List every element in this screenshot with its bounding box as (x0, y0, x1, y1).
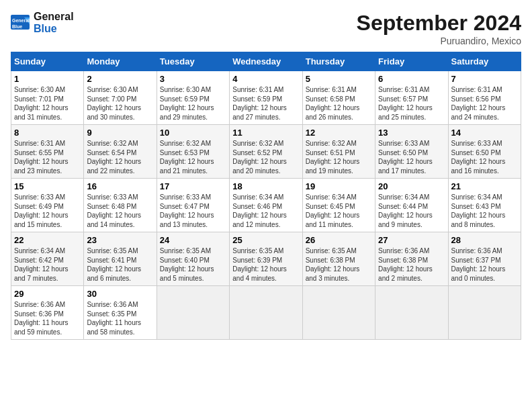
day-info: Sunrise: 6:32 AM Sunset: 6:51 PM Dayligh… (306, 139, 372, 175)
day-info: Sunrise: 6:36 AM Sunset: 6:38 PM Dayligh… (378, 246, 445, 283)
calendar-cell: 21Sunrise: 6:34 AM Sunset: 6:43 PM Dayli… (448, 179, 521, 232)
header-row: SundayMondayTuesdayWednesdayThursdayFrid… (11, 52, 521, 71)
day-number: 24 (160, 235, 226, 245)
calendar-cell: 29Sunrise: 6:36 AM Sunset: 6:36 PM Dayli… (11, 286, 84, 340)
day-number: 10 (160, 128, 226, 138)
title-area: September 2024 Puruandiro, Mexico (357, 11, 521, 46)
day-info: Sunrise: 6:36 AM Sunset: 6:35 PM Dayligh… (87, 300, 153, 336)
day-info: Sunrise: 6:36 AM Sunset: 6:37 PM Dayligh… (451, 246, 518, 283)
calendar-cell (375, 286, 448, 340)
day-info: Sunrise: 6:32 AM Sunset: 6:52 PM Dayligh… (232, 139, 299, 175)
day-number: 9 (87, 128, 153, 138)
day-number: 23 (87, 235, 153, 245)
calendar-cell: 19Sunrise: 6:34 AM Sunset: 6:45 PM Dayli… (302, 179, 375, 232)
calendar-cell: 27Sunrise: 6:36 AM Sunset: 6:38 PM Dayli… (375, 232, 448, 286)
calendar-cell: 26Sunrise: 6:35 AM Sunset: 6:38 PM Dayli… (302, 232, 375, 286)
logo-icon: General Blue (11, 15, 31, 31)
day-number: 17 (160, 181, 226, 191)
calendar-cell: 22Sunrise: 6:34 AM Sunset: 6:42 PM Dayli… (11, 232, 84, 286)
calendar-table: SundayMondayTuesdayWednesdayThursdayFrid… (11, 52, 521, 340)
day-info: Sunrise: 6:34 AM Sunset: 6:42 PM Dayligh… (14, 246, 81, 283)
day-number: 6 (378, 74, 445, 84)
header-cell-thursday: Thursday (302, 52, 375, 71)
day-number: 28 (451, 235, 518, 245)
calendar-cell (230, 286, 302, 340)
calendar-week-4: 22Sunrise: 6:34 AM Sunset: 6:42 PM Dayli… (11, 232, 521, 286)
calendar-cell: 25Sunrise: 6:35 AM Sunset: 6:39 PM Dayli… (230, 232, 302, 286)
calendar-cell: 11Sunrise: 6:32 AM Sunset: 6:52 PM Dayli… (230, 125, 302, 179)
header-cell-wednesday: Wednesday (230, 52, 302, 71)
calendar-cell: 2Sunrise: 6:30 AM Sunset: 7:00 PM Daylig… (84, 71, 157, 125)
day-info: Sunrise: 6:35 AM Sunset: 6:41 PM Dayligh… (87, 246, 153, 283)
calendar-cell: 23Sunrise: 6:35 AM Sunset: 6:41 PM Dayli… (84, 232, 157, 286)
day-info: Sunrise: 6:34 AM Sunset: 6:44 PM Dayligh… (378, 193, 445, 229)
day-info: Sunrise: 6:32 AM Sunset: 6:54 PM Dayligh… (87, 139, 153, 175)
day-number: 29 (14, 289, 81, 299)
day-number: 19 (306, 181, 372, 191)
day-number: 15 (14, 181, 81, 191)
day-info: Sunrise: 6:33 AM Sunset: 6:48 PM Dayligh… (87, 193, 153, 229)
day-info: Sunrise: 6:32 AM Sunset: 6:53 PM Dayligh… (160, 139, 226, 175)
calendar-cell: 28Sunrise: 6:36 AM Sunset: 6:37 PM Dayli… (448, 232, 521, 286)
day-number: 27 (378, 235, 445, 245)
calendar-cell: 9Sunrise: 6:32 AM Sunset: 6:54 PM Daylig… (84, 125, 157, 179)
header-cell-tuesday: Tuesday (157, 52, 229, 71)
calendar-week-2: 8Sunrise: 6:31 AM Sunset: 6:55 PM Daylig… (11, 125, 521, 179)
svg-text:Blue: Blue (12, 24, 22, 29)
day-info: Sunrise: 6:34 AM Sunset: 6:43 PM Dayligh… (451, 193, 518, 229)
day-number: 25 (232, 235, 299, 245)
calendar-cell: 10Sunrise: 6:32 AM Sunset: 6:53 PM Dayli… (157, 125, 229, 179)
calendar-cell: 14Sunrise: 6:33 AM Sunset: 6:50 PM Dayli… (448, 125, 521, 179)
day-info: Sunrise: 6:31 AM Sunset: 6:56 PM Dayligh… (451, 85, 518, 122)
calendar-cell: 12Sunrise: 6:32 AM Sunset: 6:51 PM Dayli… (302, 125, 375, 179)
day-number: 5 (306, 74, 372, 84)
logo: General Blue GeneralBlue (11, 11, 74, 34)
svg-text:General: General (12, 18, 30, 23)
calendar-cell: 15Sunrise: 6:33 AM Sunset: 6:49 PM Dayli… (11, 179, 84, 232)
day-info: Sunrise: 6:31 AM Sunset: 6:58 PM Dayligh… (306, 85, 372, 122)
header-cell-friday: Friday (375, 52, 448, 71)
day-number: 14 (451, 128, 518, 138)
calendar-cell: 18Sunrise: 6:34 AM Sunset: 6:46 PM Dayli… (230, 179, 302, 232)
day-number: 3 (160, 74, 226, 84)
calendar-cell: 4Sunrise: 6:31 AM Sunset: 6:59 PM Daylig… (230, 71, 302, 125)
calendar-cell: 13Sunrise: 6:33 AM Sunset: 6:50 PM Dayli… (375, 125, 448, 179)
page-header: General Blue GeneralBlue September 2024 … (11, 11, 521, 46)
day-info: Sunrise: 6:31 AM Sunset: 6:55 PM Dayligh… (14, 139, 81, 175)
month-title: September 2024 (357, 11, 521, 36)
calendar-week-5: 29Sunrise: 6:36 AM Sunset: 6:36 PM Dayli… (11, 286, 521, 340)
calendar-cell: 30Sunrise: 6:36 AM Sunset: 6:35 PM Dayli… (84, 286, 157, 340)
calendar-cell: 7Sunrise: 6:31 AM Sunset: 6:56 PM Daylig… (448, 71, 521, 125)
day-number: 7 (451, 74, 518, 84)
calendar-cell: 16Sunrise: 6:33 AM Sunset: 6:48 PM Dayli… (84, 179, 157, 232)
day-info: Sunrise: 6:30 AM Sunset: 7:01 PM Dayligh… (14, 85, 81, 122)
day-info: Sunrise: 6:31 AM Sunset: 6:59 PM Dayligh… (232, 85, 299, 122)
day-info: Sunrise: 6:30 AM Sunset: 7:00 PM Dayligh… (87, 85, 153, 122)
calendar-cell (157, 286, 229, 340)
day-number: 12 (306, 128, 372, 138)
day-info: Sunrise: 6:34 AM Sunset: 6:45 PM Dayligh… (306, 193, 372, 229)
day-number: 16 (87, 181, 153, 191)
day-number: 8 (14, 128, 81, 138)
day-info: Sunrise: 6:35 AM Sunset: 6:39 PM Dayligh… (232, 246, 299, 283)
day-number: 21 (451, 181, 518, 191)
day-number: 18 (232, 181, 299, 191)
header-cell-monday: Monday (84, 52, 157, 71)
day-info: Sunrise: 6:35 AM Sunset: 6:38 PM Dayligh… (306, 246, 372, 283)
logo-text: GeneralBlue (34, 11, 74, 34)
day-number: 26 (306, 235, 372, 245)
calendar-cell: 3Sunrise: 6:30 AM Sunset: 6:59 PM Daylig… (157, 71, 229, 125)
calendar-week-3: 15Sunrise: 6:33 AM Sunset: 6:49 PM Dayli… (11, 179, 521, 232)
calendar-cell: 17Sunrise: 6:33 AM Sunset: 6:47 PM Dayli… (157, 179, 229, 232)
day-info: Sunrise: 6:30 AM Sunset: 6:59 PM Dayligh… (160, 85, 226, 122)
calendar-cell (448, 286, 521, 340)
calendar-cell: 8Sunrise: 6:31 AM Sunset: 6:55 PM Daylig… (11, 125, 84, 179)
day-info: Sunrise: 6:33 AM Sunset: 6:50 PM Dayligh… (451, 139, 518, 175)
day-info: Sunrise: 6:33 AM Sunset: 6:50 PM Dayligh… (378, 139, 445, 175)
day-info: Sunrise: 6:35 AM Sunset: 6:40 PM Dayligh… (160, 246, 226, 283)
day-number: 1 (14, 74, 81, 84)
calendar-cell (302, 286, 375, 340)
calendar-cell: 24Sunrise: 6:35 AM Sunset: 6:40 PM Dayli… (157, 232, 229, 286)
day-info: Sunrise: 6:34 AM Sunset: 6:46 PM Dayligh… (232, 193, 299, 229)
day-info: Sunrise: 6:33 AM Sunset: 6:49 PM Dayligh… (14, 193, 81, 229)
